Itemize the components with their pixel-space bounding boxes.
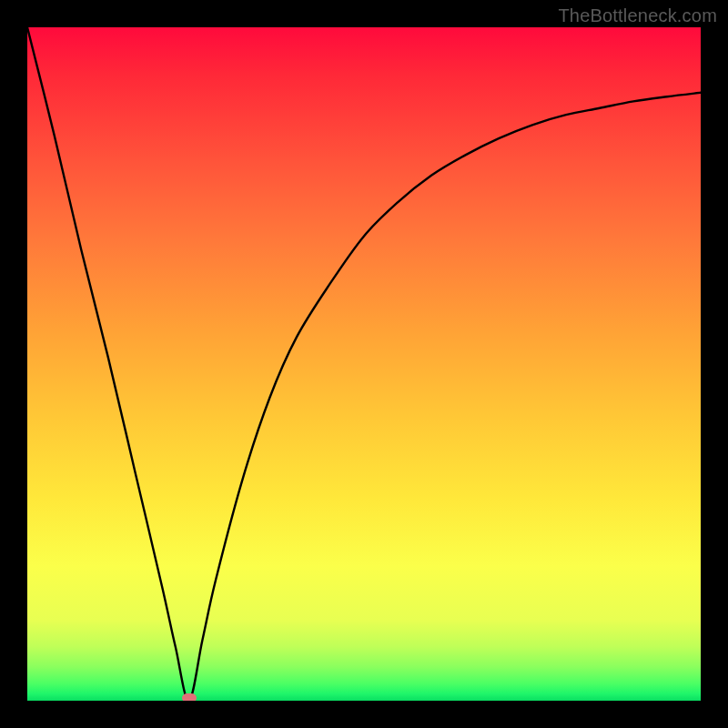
curve-path [27, 27, 701, 701]
chart-frame: TheBottleneck.com [0, 0, 728, 728]
bottleneck-curve [27, 27, 701, 701]
bottleneck-marker [182, 693, 197, 701]
plot-area [27, 27, 701, 701]
watermark-text: TheBottleneck.com [558, 5, 717, 26]
